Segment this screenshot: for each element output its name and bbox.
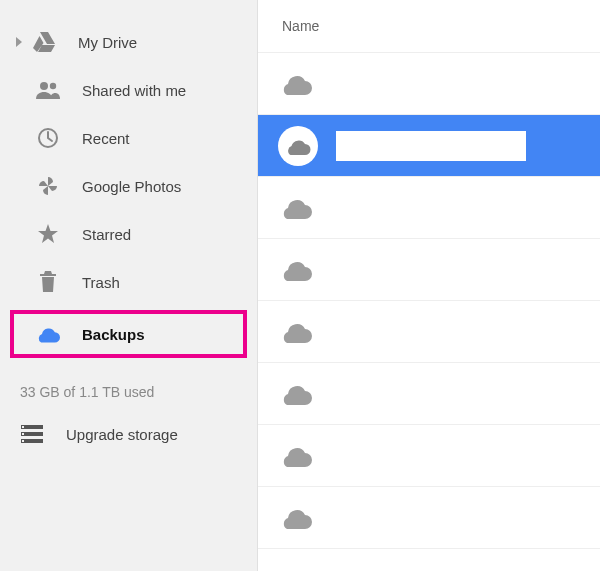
sidebar-item-trash[interactable]: Trash bbox=[0, 258, 257, 306]
list-item[interactable] bbox=[258, 239, 600, 301]
cloud-icon bbox=[278, 500, 314, 536]
sidebar-item-google-photos[interactable]: Google Photos bbox=[0, 162, 257, 210]
list-item[interactable] bbox=[258, 487, 600, 549]
cloud-icon bbox=[278, 314, 314, 350]
clock-icon bbox=[36, 126, 60, 150]
drive-icon bbox=[32, 30, 56, 54]
svg-rect-8 bbox=[22, 440, 24, 442]
column-header-name[interactable]: Name bbox=[258, 0, 600, 53]
storage-usage-text: 33 GB of 1.1 TB used bbox=[20, 384, 257, 400]
cloud-icon bbox=[278, 126, 318, 166]
expand-arrow-icon[interactable] bbox=[16, 34, 24, 50]
sidebar-item-label: Google Photos bbox=[82, 178, 181, 195]
sidebar-item-shared-with-me[interactable]: Shared with me bbox=[0, 66, 257, 114]
svg-rect-3 bbox=[21, 425, 43, 429]
people-icon bbox=[36, 78, 60, 102]
backup-name bbox=[332, 258, 492, 282]
upgrade-storage-label: Upgrade storage bbox=[66, 426, 178, 443]
list-item[interactable] bbox=[258, 177, 600, 239]
star-icon bbox=[36, 222, 60, 246]
list-item[interactable] bbox=[258, 115, 600, 177]
list-item[interactable] bbox=[258, 425, 600, 487]
list-item[interactable] bbox=[258, 301, 600, 363]
backup-name bbox=[332, 382, 492, 406]
sidebar-item-label: Backups bbox=[82, 326, 145, 343]
backup-name bbox=[332, 320, 492, 344]
storage-bars-icon bbox=[20, 422, 44, 446]
svg-rect-6 bbox=[22, 426, 24, 428]
cloud-icon bbox=[278, 190, 314, 226]
sidebar-item-label: Shared with me bbox=[82, 82, 186, 99]
cloud-icon bbox=[278, 66, 314, 102]
sidebar-item-recent[interactable]: Recent bbox=[0, 114, 257, 162]
backups-list bbox=[258, 53, 600, 571]
storage-section: 33 GB of 1.1 TB used Upgrade storage bbox=[0, 384, 257, 452]
backup-name bbox=[332, 196, 492, 220]
sidebar-item-starred[interactable]: Starred bbox=[0, 210, 257, 258]
sidebar: My Drive Shared with me Recent Google Ph… bbox=[0, 0, 258, 571]
sidebar-item-my-drive[interactable]: My Drive bbox=[0, 18, 257, 66]
svg-rect-5 bbox=[21, 439, 43, 443]
list-item[interactable] bbox=[258, 363, 600, 425]
backup-name bbox=[332, 72, 492, 96]
pinwheel-icon bbox=[36, 174, 60, 198]
svg-point-0 bbox=[40, 82, 48, 90]
cloud-icon bbox=[36, 322, 60, 346]
svg-rect-7 bbox=[22, 433, 24, 435]
svg-rect-4 bbox=[21, 432, 43, 436]
backup-name bbox=[336, 131, 526, 161]
backup-name bbox=[332, 444, 492, 468]
sidebar-item-backups[interactable]: Backups bbox=[10, 310, 247, 358]
sidebar-item-label: Starred bbox=[82, 226, 131, 243]
svg-point-1 bbox=[50, 83, 56, 89]
main-content: Name bbox=[258, 0, 600, 571]
cloud-icon bbox=[278, 252, 314, 288]
cloud-icon bbox=[278, 376, 314, 412]
trash-icon bbox=[36, 270, 60, 294]
upgrade-storage-link[interactable]: Upgrade storage bbox=[20, 416, 257, 452]
sidebar-item-label: Recent bbox=[82, 130, 130, 147]
backup-name bbox=[332, 506, 492, 530]
cloud-icon bbox=[278, 438, 314, 474]
list-item[interactable] bbox=[258, 53, 600, 115]
sidebar-item-label: Trash bbox=[82, 274, 120, 291]
sidebar-item-label: My Drive bbox=[78, 34, 137, 51]
